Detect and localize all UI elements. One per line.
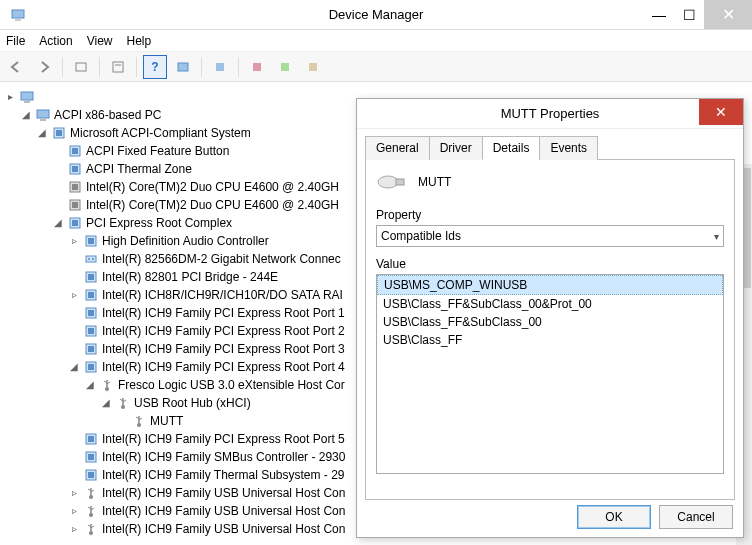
show-hidden-button[interactable] (69, 55, 93, 79)
forward-button[interactable] (32, 55, 56, 79)
enable-button[interactable] (301, 55, 325, 79)
chip-icon (83, 323, 99, 339)
svg-rect-3 (113, 62, 123, 72)
tree-twisty[interactable]: ◢ (84, 376, 96, 394)
menu-file[interactable]: File (6, 34, 25, 48)
tree-node-label: Fresco Logic USB 3.0 eXtensible Host Cor (118, 376, 345, 394)
value-list-item[interactable]: USB\Class_FF (377, 331, 723, 349)
svg-rect-56 (88, 436, 94, 442)
uninstall-button[interactable] (245, 55, 269, 79)
svg-rect-13 (40, 119, 46, 121)
property-combo[interactable]: Compatible Ids ▾ (376, 225, 724, 247)
tree-node-label: Intel(R) ICH9 Family PCI Express Root Po… (102, 340, 345, 358)
tree-node-label: Intel(R) ICH8R/ICH9R/ICH10R/DO SATA RAI (102, 286, 343, 304)
tree-twisty: · (68, 430, 80, 448)
chip-icon (67, 161, 83, 177)
chip-icon (83, 359, 99, 375)
ok-button[interactable]: OK (577, 505, 651, 529)
close-button[interactable]: ✕ (704, 0, 752, 29)
tab-details[interactable]: Details (482, 136, 541, 160)
usb-icon (115, 395, 131, 411)
svg-rect-11 (24, 101, 30, 103)
chip-icon (83, 269, 99, 285)
svg-rect-15 (56, 130, 62, 136)
help-button[interactable]: ? (143, 55, 167, 79)
tree-node-label: Intel(R) ICH9 Family USB Universal Host … (102, 502, 345, 520)
chip-icon (83, 449, 99, 465)
menu-help[interactable]: Help (127, 34, 152, 48)
usb-icon (83, 521, 99, 537)
value-list[interactable]: USB\MS_COMP_WINUSBUSB\Class_FF&SubClass_… (376, 274, 724, 474)
tree-twisty[interactable]: ▹ (68, 502, 80, 520)
chip-icon (83, 467, 99, 483)
tab-general[interactable]: General (365, 136, 430, 160)
tree-twisty[interactable]: ▸ (4, 88, 16, 106)
tree-twisty: · (68, 322, 80, 340)
tree-twisty[interactable]: ◢ (68, 358, 80, 376)
property-label: Property (376, 208, 724, 222)
tree-twisty[interactable]: ◢ (52, 214, 64, 232)
properties-button[interactable] (106, 55, 130, 79)
value-list-item[interactable]: USB\Class_FF&SubClass_00 (377, 313, 723, 331)
value-label: Value (376, 257, 724, 271)
tree-twisty[interactable]: ▹ (68, 232, 80, 250)
usb-icon (99, 377, 115, 393)
tab-driver[interactable]: Driver (429, 136, 483, 160)
chip-icon (83, 233, 99, 249)
svg-rect-21 (72, 184, 78, 190)
tree-node-label: USB Root Hub (xHCI) (134, 394, 251, 412)
svg-rect-27 (88, 238, 94, 244)
tree-twisty[interactable]: ▹ (68, 520, 80, 538)
chip-icon (67, 143, 83, 159)
tree-node-label: Intel(R) ICH9 Family PCI Express Root Po… (102, 430, 345, 448)
svg-point-29 (88, 258, 90, 260)
net-icon (83, 251, 99, 267)
tree-twisty: · (68, 268, 80, 286)
chip-icon (83, 431, 99, 447)
value-list-item[interactable]: USB\MS_COMP_WINUSB (377, 275, 723, 295)
cancel-button[interactable]: Cancel (659, 505, 733, 529)
tree-node-label: Intel(R) ICH9 Family USB Universal Host … (102, 520, 345, 538)
usb-icon (131, 413, 147, 429)
tab-events[interactable]: Events (539, 136, 598, 160)
tree-twisty[interactable]: ▹ (68, 286, 80, 304)
properties-dialog: MUTT Properties ✕ General Driver Details… (356, 98, 744, 538)
tree-node-label: Microsoft ACPI-Compliant System (70, 124, 251, 142)
svg-rect-6 (216, 63, 224, 71)
tree-twisty: · (68, 466, 80, 484)
tree-node-label: High Definition Audio Controller (102, 232, 269, 250)
app-icon (6, 3, 30, 27)
minimize-button[interactable]: — (644, 0, 674, 29)
back-button[interactable] (4, 55, 28, 79)
tree-twisty: · (116, 412, 128, 430)
device-icon (376, 170, 408, 194)
tree-twisty[interactable]: ◢ (36, 124, 48, 142)
svg-point-73 (378, 176, 398, 188)
svg-rect-58 (88, 454, 94, 460)
usb-icon (83, 503, 99, 519)
menu-view[interactable]: View (87, 34, 113, 48)
tree-twisty: · (52, 196, 64, 214)
chip-icon (67, 215, 83, 231)
menu-action[interactable]: Action (39, 34, 72, 48)
scan-button[interactable] (171, 55, 195, 79)
svg-rect-36 (88, 310, 94, 316)
maximize-button[interactable]: ☐ (674, 0, 704, 29)
tree-twisty[interactable]: ◢ (100, 394, 112, 412)
tree-node-label: Intel(R) 82801 PCI Bridge - 244E (102, 268, 278, 286)
pc-icon (19, 89, 35, 105)
menu-bar: File Action View Help (0, 30, 752, 52)
value-list-item[interactable]: USB\Class_FF&SubClass_00&Prot_00 (377, 295, 723, 313)
tree-node-label: MUTT (150, 412, 183, 430)
chip-icon (83, 341, 99, 357)
tree-twisty[interactable]: ▹ (68, 484, 80, 502)
svg-rect-28 (86, 256, 96, 262)
dialog-close-button[interactable]: ✕ (699, 99, 743, 125)
dialog-title: MUTT Properties (501, 106, 600, 121)
svg-rect-2 (76, 63, 86, 71)
tree-node-label: Intel(R) ICH9 Family Thermal Subsystem -… (102, 466, 345, 484)
tree-twisty[interactable]: ◢ (20, 106, 32, 124)
disable-button[interactable] (273, 55, 297, 79)
update-driver-button[interactable] (208, 55, 232, 79)
dialog-titlebar[interactable]: MUTT Properties ✕ (357, 99, 743, 129)
